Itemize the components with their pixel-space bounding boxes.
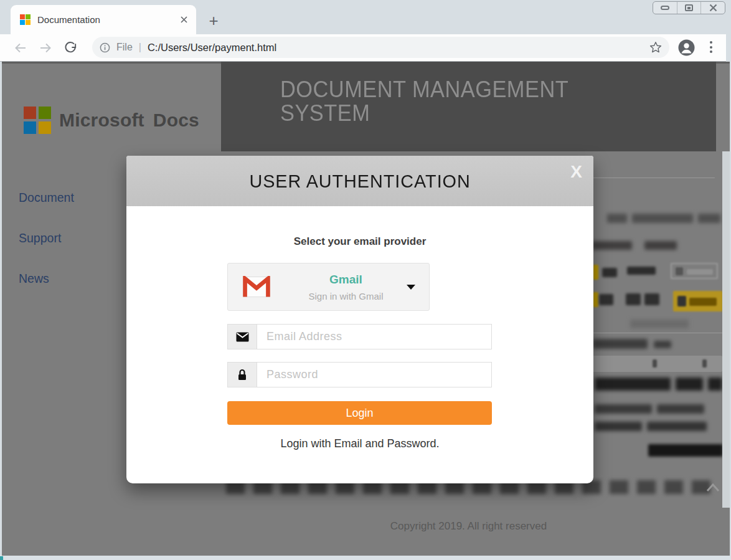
login-form: Gmail Sign in with Gmail (227, 156, 492, 483)
email-field-row (227, 324, 492, 349)
window-minimize-button[interactable] (653, 2, 677, 14)
scroll-to-top-icon[interactable] (705, 482, 720, 493)
tab-title: Documentation (37, 14, 177, 25)
address-scheme-label: File (116, 42, 133, 53)
browser-window: Documentation + (0, 0, 731, 560)
menu-dot-icon (710, 46, 712, 49)
window-frame-edge (726, 34, 731, 62)
page-title: DOCUMENT MANAGEMENT SYSTEM (280, 78, 622, 125)
new-tab-button[interactable]: + (204, 11, 223, 30)
new-tab-plus-icon: + (209, 11, 218, 31)
back-button[interactable] (12, 40, 29, 56)
window-controls (653, 1, 725, 14)
info-icon[interactable] (100, 42, 110, 53)
gmail-logo-icon (228, 276, 285, 298)
user-authentication-modal: USER AUTHENTICATION X Select your email … (126, 156, 593, 483)
provider-labels: Gmail Sign in with Gmail (285, 273, 407, 301)
minimize-icon (661, 6, 669, 10)
sidebar-item-support[interactable]: Support (19, 231, 61, 245)
browser-menu-button[interactable] (709, 41, 714, 53)
email-provider-dropdown[interactable]: Gmail Sign in with Gmail (227, 263, 430, 311)
window-close-button[interactable] (700, 2, 725, 14)
site-logo-text: MicrosoftDocs (59, 110, 199, 131)
page-scrollbar[interactable] (722, 151, 730, 508)
profile-avatar-button[interactable] (678, 39, 695, 56)
chevron-down-icon (407, 285, 415, 290)
bookmark-star-button[interactable] (649, 41, 662, 54)
window-frame-bottom (0, 556, 731, 560)
modal-close-button[interactable]: X (570, 163, 582, 181)
sidebar-item-news[interactable]: News (19, 272, 49, 286)
password-input[interactable] (257, 362, 492, 387)
sidebar-item-document[interactable]: Document (19, 191, 74, 205)
microsoft-logo-icon (24, 107, 51, 134)
address-separator: | (139, 42, 141, 53)
provider-description: Sign in with Gmail (285, 291, 407, 301)
reload-icon (64, 41, 78, 55)
microsoft-favicon-icon (20, 14, 31, 25)
menu-dot-icon (710, 41, 712, 44)
reload-button[interactable] (62, 40, 78, 56)
email-icon (227, 324, 257, 349)
login-footnote: Login with Email and Password. (126, 437, 593, 450)
lock-icon (227, 362, 257, 387)
tab-strip: Documentation + (0, 0, 731, 34)
menu-dot-icon (710, 50, 712, 53)
tab-close-icon[interactable] (177, 14, 190, 26)
window-frame-corner (0, 556, 3, 560)
email-input[interactable] (257, 324, 492, 349)
logo-text-secondary: Docs (153, 110, 199, 130)
close-icon (709, 4, 717, 12)
password-field-row (227, 362, 492, 387)
browser-tab-documentation[interactable]: Documentation (11, 5, 196, 34)
address-bar[interactable]: File | C:/Users/User/payment.html (92, 37, 669, 58)
logo-text-primary: Microsoft (59, 110, 144, 130)
maximize-icon (685, 4, 693, 11)
login-button[interactable]: Login (227, 401, 492, 425)
window-maximize-button[interactable] (677, 2, 701, 14)
star-icon (649, 41, 662, 54)
back-arrow-icon (13, 40, 28, 55)
provider-name: Gmail (285, 273, 407, 287)
avatar-icon (678, 39, 695, 56)
footer-copyright: Copyright 2019. All right reserved (221, 520, 716, 533)
forward-button[interactable] (37, 40, 54, 56)
page-hero-banner: DOCUMENT MANAGEMENT SYSTEM (221, 62, 716, 151)
forward-arrow-icon (38, 40, 53, 55)
address-url: C:/Users/User/payment.html (148, 42, 276, 54)
site-logo: MicrosoftDocs (24, 107, 199, 134)
